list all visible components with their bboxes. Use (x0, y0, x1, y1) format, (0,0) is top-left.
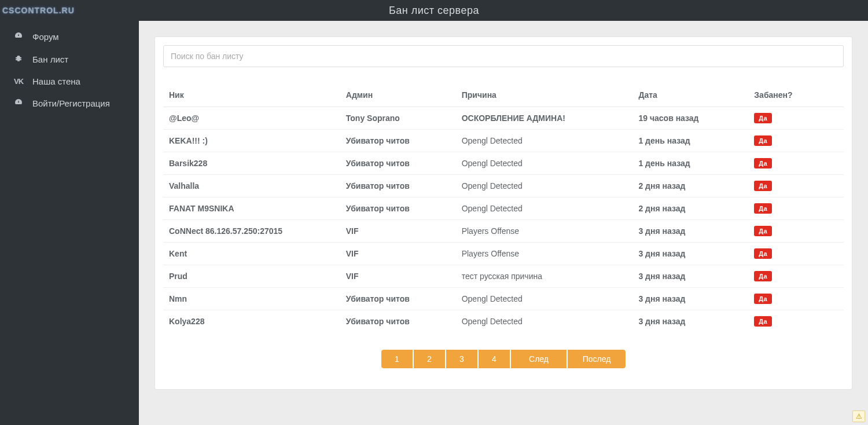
table-cell: Убиватор читов (340, 197, 456, 220)
table-cell: FANAT M9SNIKA (163, 197, 340, 220)
page-last[interactable]: Послед (568, 350, 626, 368)
status-badge: Да (754, 203, 772, 214)
table-row[interactable]: PrudVIFтест русская причина3 дня назадДа (163, 265, 844, 288)
table-cell: Убиватор читов (340, 130, 456, 152)
table-cell: 2 дня назад (632, 197, 748, 220)
table-cell: Valhalla (163, 175, 340, 197)
page-next[interactable]: След (511, 350, 567, 368)
sidebar-item-label: Войти/Регистрация (32, 98, 110, 108)
sidebar-item-label: Наша стена (32, 76, 80, 86)
col-nick: Ник (163, 83, 340, 107)
col-banned: Забанен? (748, 83, 844, 107)
vk-icon: VK (13, 77, 24, 86)
ban-table: Ник Админ Причина Дата Забанен? @Leo@Ton… (163, 83, 844, 332)
dashboard-icon (13, 31, 24, 42)
table-cell: VIF (340, 220, 456, 243)
warning-corner-icon[interactable]: ⚠ (852, 411, 865, 422)
status-badge: Да (754, 158, 772, 168)
table-cell: Kolya228 (163, 310, 340, 333)
table-cell-banned: Да (748, 220, 844, 243)
table-row[interactable]: FANAT M9SNIKAУбиватор читовOpengl Detect… (163, 197, 844, 220)
table-cell-banned: Да (748, 130, 844, 152)
table-cell: Убиватор читов (340, 288, 456, 310)
status-badge: Да (754, 135, 772, 146)
table-cell-banned: Да (748, 152, 844, 175)
page-4[interactable]: 4 (479, 350, 510, 368)
table-cell: 3 дня назад (632, 243, 748, 265)
dashboard-icon (13, 98, 24, 109)
col-admin: Админ (340, 83, 456, 107)
status-badge: Да (754, 248, 772, 259)
table-cell: тест русская причина (456, 265, 633, 288)
table-cell-banned: Да (748, 197, 844, 220)
page-1[interactable]: 1 (381, 350, 413, 368)
table-header-row: Ник Админ Причина Дата Забанен? (163, 83, 844, 107)
table-cell: Убиватор читов (340, 175, 456, 197)
table-cell: Nmn (163, 288, 340, 310)
table-cell: VIF (340, 265, 456, 288)
table-cell-banned: Да (748, 265, 844, 288)
table-cell: Tony Soprano (340, 107, 456, 130)
table-row[interactable]: NmnУбиватор читовOpengl Detected3 дня на… (163, 288, 844, 310)
sidebar-item-label: Форум (32, 32, 59, 42)
sidebar: Форум Бан лист VK Наша стена Войти/Регис… (0, 21, 139, 425)
table-row[interactable]: CoNNect 86.126.57.250:27015VIFPlayers Of… (163, 220, 844, 243)
page-body: Форум Бан лист VK Наша стена Войти/Регис… (0, 21, 868, 425)
watermark-text: CSCONTROL.RU (2, 6, 75, 15)
table-row[interactable]: KEKA!!! :)Убиватор читовOpengl Detected1… (163, 130, 844, 152)
table-cell-banned: Да (748, 107, 844, 130)
table-cell: Убиватор читов (340, 310, 456, 333)
table-cell: 1 день назад (632, 130, 748, 152)
table-cell: VIF (340, 243, 456, 265)
table-cell: Opengl Detected (456, 310, 633, 333)
status-badge: Да (754, 113, 772, 123)
table-row[interactable]: Barsik228Убиватор читовOpengl Detected1 … (163, 152, 844, 175)
col-reason: Причина (456, 83, 633, 107)
status-badge: Да (754, 294, 772, 304)
table-cell: Opengl Detected (456, 288, 633, 310)
sidebar-item-label: Бан лист (32, 54, 68, 64)
table-cell-banned: Да (748, 243, 844, 265)
table-cell: Barsik228 (163, 152, 340, 175)
pagination: 1 2 3 4 След Послед (163, 350, 844, 368)
table-cell: 3 дня назад (632, 288, 748, 310)
table-cell: 3 дня назад (632, 265, 748, 288)
table-cell: Opengl Detected (456, 130, 633, 152)
page-2[interactable]: 2 (414, 350, 445, 368)
table-cell: KEKA!!! :) (163, 130, 340, 152)
table-cell: 3 дня назад (632, 310, 748, 333)
table-cell: Opengl Detected (456, 152, 633, 175)
table-row[interactable]: KentVIFPlayers Offense3 дня назадДа (163, 243, 844, 265)
table-row[interactable]: Kolya228Убиватор читовOpengl Detected3 д… (163, 310, 844, 333)
col-date: Дата (632, 83, 748, 107)
table-cell: Убиватор читов (340, 152, 456, 175)
table-cell: Opengl Detected (456, 175, 633, 197)
sidebar-item-wall[interactable]: VK Наша стена (0, 71, 139, 92)
status-badge: Да (754, 181, 772, 191)
ban-list-panel: Ник Админ Причина Дата Забанен? @Leo@Ton… (155, 37, 852, 389)
table-cell: @Leo@ (163, 107, 340, 130)
table-cell: Prud (163, 265, 340, 288)
table-cell: Kent (163, 243, 340, 265)
table-row[interactable]: ValhallaУбиватор читовOpengl Detected2 д… (163, 175, 844, 197)
table-cell: Players Offense (456, 220, 633, 243)
top-bar: CSCONTROL.RU Бан лист сервера (0, 0, 868, 21)
page-3[interactable]: 3 (446, 350, 477, 368)
search-input[interactable] (163, 45, 844, 67)
status-badge: Да (754, 226, 772, 236)
table-cell: CoNNect 86.126.57.250:27015 (163, 220, 340, 243)
table-cell-banned: Да (748, 175, 844, 197)
sidebar-item-login[interactable]: Войти/Регистрация (0, 92, 139, 115)
table-row[interactable]: @Leo@Tony SopranoОСКОРБЛЕНИЕ АДМИНА!19 ч… (163, 107, 844, 130)
sidebar-item-banlist[interactable]: Бан лист (0, 48, 139, 71)
bug-icon (13, 54, 24, 65)
main-content: Ник Админ Причина Дата Забанен? @Leo@Ton… (139, 21, 868, 425)
sidebar-item-forum[interactable]: Форум (0, 25, 139, 48)
table-cell: 1 день назад (632, 152, 748, 175)
table-cell-banned: Да (748, 310, 844, 333)
warning-icon: ⚠ (856, 412, 862, 420)
table-cell: 19 часов назад (632, 107, 748, 130)
table-cell: 2 дня назад (632, 175, 748, 197)
table-cell: 3 дня назад (632, 220, 748, 243)
table-cell-banned: Да (748, 288, 844, 310)
